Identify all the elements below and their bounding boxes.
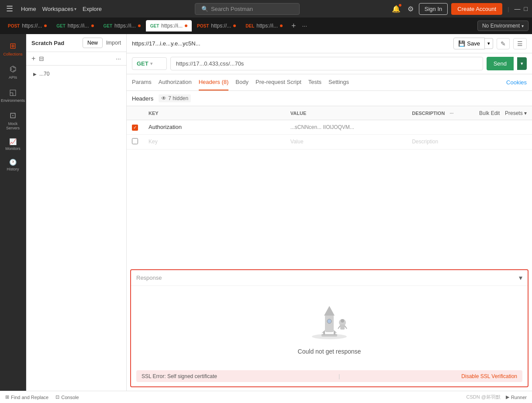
console-item[interactable]: ⊡ Console [55, 394, 79, 400]
header-row-authorization: ✓ Authorization ...sCNNcen... IIOlJOQVM.… [127, 120, 532, 135]
panel-more-button[interactable]: ··· [116, 55, 121, 62]
tab-settings[interactable]: Settings [328, 74, 349, 90]
svg-point-3 [327, 319, 332, 323]
request-url-display: https://17...i.e...y.e...yc5N... [132, 40, 450, 47]
new-button[interactable]: New [83, 38, 103, 48]
sidebar-item-mock-servers[interactable]: ⊡ Mock Servers [0, 107, 26, 134]
response-empty-message: Could not get response [298, 348, 361, 355]
rocket-illustration [303, 302, 356, 341]
bulk-edit-button[interactable]: Bulk Edit [479, 110, 500, 116]
ssl-error-text: SSL Error: Self signed certificate [142, 373, 217, 379]
sidebar-item-history[interactable]: 🕐 History [0, 155, 26, 175]
runner-item[interactable]: ▶ Runner [506, 394, 527, 400]
tab-params[interactable]: Params [132, 74, 152, 90]
svg-marker-2 [324, 306, 335, 316]
csdn-label: CSDN @坏羽默 [466, 394, 501, 400]
authorization-key[interactable]: Authorization [143, 120, 285, 135]
svg-line-9 [338, 326, 340, 329]
save-button[interactable]: 💾 Save [453, 38, 485, 49]
response-dropdown-button[interactable]: ▾ [519, 274, 522, 282]
nav-workspaces[interactable]: Workspaces ▾ [42, 6, 76, 12]
description-input-empty[interactable]: Description [407, 134, 532, 149]
mock-servers-icon: ⊡ [10, 111, 16, 120]
key-column-header: KEY [143, 106, 285, 120]
monitors-icon: 📈 [9, 138, 17, 145]
collections-icon: ⊞ [10, 41, 16, 51]
svg-rect-8 [340, 324, 345, 330]
nav-explore[interactable]: Explore [80, 4, 104, 14]
create-account-button[interactable]: Create Account [451, 3, 502, 15]
runner-icon: ▶ [506, 394, 509, 400]
tab-5[interactable]: DEL https://i... [241, 20, 287, 31]
response-label: Response [136, 274, 162, 281]
maximize-button[interactable]: □ [524, 5, 528, 12]
env-selector[interactable]: No Environment ▾ [477, 21, 529, 31]
tab-headers[interactable]: Headers (8) [199, 74, 229, 90]
tab-2[interactable]: GET https://i... [99, 20, 145, 31]
key-input-empty[interactable]: Key [143, 134, 285, 149]
notifications-button[interactable]: 🔔 [390, 3, 402, 15]
send-button[interactable]: Send [487, 57, 514, 70]
tab-body[interactable]: Body [235, 74, 249, 90]
headers-subtab-active[interactable]: Headers [132, 95, 153, 102]
disable-ssl-button[interactable]: Disable SSL Verification [461, 373, 517, 379]
svg-rect-12 [323, 331, 325, 335]
filter-button[interactable]: ⊟ [39, 55, 44, 62]
tab-0[interactable]: POST https://... [3, 20, 51, 31]
edit-request-button[interactable]: ✎ [497, 38, 510, 49]
cookies-link[interactable]: Cookies [506, 75, 527, 90]
save-dropdown-button[interactable]: ▾ [485, 38, 493, 49]
sidebar-item-collections[interactable]: ⊞ Collections [0, 38, 26, 60]
authorization-value[interactable]: ...sCNNcen... IIOlJOQVM... [285, 120, 407, 135]
svg-point-7 [341, 319, 344, 323]
search-icon: 🔍 [201, 6, 208, 12]
tab-4[interactable]: POST https://... [193, 20, 240, 31]
collection-arrow: ▶ [33, 72, 37, 76]
description-more[interactable]: ··· [449, 111, 453, 116]
url-input[interactable] [170, 57, 483, 70]
history-icon: 🕐 [9, 159, 17, 166]
settings-button[interactable]: ⚙ [406, 3, 415, 15]
find-replace-icon: ⊞ [5, 394, 9, 400]
svg-rect-13 [334, 331, 335, 335]
new-tab-button[interactable]: + [288, 20, 300, 32]
apis-icon: ⌬ [10, 64, 17, 74]
minimize-button[interactable]: — [515, 5, 521, 12]
collection-item[interactable]: ▶ ...70 [31, 69, 121, 79]
description-column-header: DESCRIPTION ··· [407, 106, 466, 120]
request-description-button[interactable]: ☰ [513, 38, 527, 49]
environments-icon: ◱ [9, 87, 17, 97]
hidden-headers-badge[interactable]: 👁 7 hidden [159, 94, 191, 102]
console-icon: ⊡ [55, 394, 59, 400]
eye-icon: 👁 [161, 95, 166, 101]
sign-in-button[interactable]: Sign In [419, 3, 448, 15]
tab-1[interactable]: GET https://i... [52, 20, 98, 31]
empty-row-checkbox[interactable] [132, 138, 138, 144]
value-input-empty[interactable]: Value [285, 134, 407, 149]
search-placeholder: Search Postman [211, 6, 253, 12]
more-tabs-button[interactable]: ··· [300, 21, 309, 31]
find-replace-item[interactable]: ⊞ Find and Replace [5, 394, 48, 400]
method-select[interactable]: GET ▾ [132, 57, 167, 70]
tab-authorization[interactable]: Authorization [159, 74, 192, 90]
sidebar-item-monitors[interactable]: 📈 Monitors [0, 135, 26, 154]
tab-pre-request[interactable]: Pre-request Script [256, 74, 301, 90]
tab-method-badge: POST [8, 24, 20, 28]
search-bar[interactable]: 🔍 Search Postman [108, 3, 387, 15]
import-button[interactable]: Import [106, 40, 121, 46]
svg-line-10 [345, 326, 347, 329]
value-column-header: VALUE [285, 106, 407, 120]
sidebar-item-environments[interactable]: ◱ Environments [0, 84, 26, 106]
authorization-checkbox[interactable]: ✓ [132, 125, 138, 131]
menu-icon[interactable]: ☰ [4, 2, 15, 15]
save-icon: 💾 [458, 40, 465, 47]
nav-home[interactable]: Home [18, 4, 39, 14]
presets-button[interactable]: Presets ▾ [505, 110, 527, 116]
scratch-pad-title: Scratch Pad [31, 40, 79, 46]
authorization-description[interactable] [407, 120, 532, 135]
tab-tests[interactable]: Tests [308, 74, 321, 90]
tab-3-active[interactable]: GET https://i... [146, 20, 192, 31]
add-collection-button[interactable]: + [31, 55, 35, 63]
sidebar-item-apis[interactable]: ⌬ APIs [0, 61, 26, 83]
send-dropdown-button[interactable]: ▾ [517, 57, 527, 70]
